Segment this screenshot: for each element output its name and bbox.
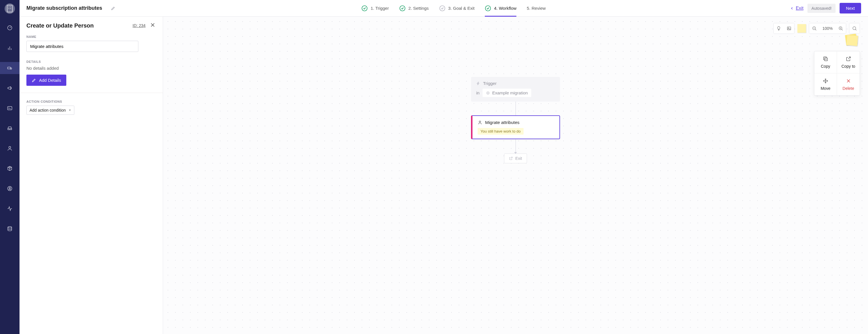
bar-chart-icon	[7, 45, 12, 51]
target-person-icon	[7, 186, 12, 191]
check-circle-icon	[485, 5, 491, 11]
terminal-icon	[7, 105, 12, 111]
svg-line-33	[856, 29, 857, 30]
zoom-level: 100%	[819, 23, 836, 34]
search-icon	[852, 26, 857, 31]
details-label: DETAILS	[26, 60, 156, 63]
svg-rect-23	[787, 27, 791, 30]
nav-content[interactable]	[0, 162, 20, 174]
svg-point-32	[853, 27, 856, 30]
add-note-button[interactable]	[797, 24, 806, 33]
step-label: 4. Workflow	[494, 6, 516, 11]
svg-point-16	[8, 227, 11, 228]
sticky-note-stack[interactable]	[846, 34, 858, 46]
copy-label: Copy	[821, 64, 830, 69]
copy-icon	[823, 56, 828, 62]
svg-point-20	[485, 5, 491, 11]
svg-rect-11	[8, 106, 12, 110]
step-trigger[interactable]: 1. Trigger	[361, 0, 389, 16]
canvas-background	[163, 16, 868, 334]
add-details-button[interactable]: Add Details	[26, 75, 66, 86]
step-review[interactable]: 5. Review	[527, 0, 546, 16]
trigger-label: Trigger	[483, 81, 497, 86]
chevron-down-icon: ▼	[69, 109, 71, 112]
nav-campaigns[interactable]	[0, 62, 20, 74]
person-icon	[7, 145, 12, 151]
action-name: Migrate attributes	[485, 120, 520, 125]
zoom-out-button[interactable]	[809, 23, 819, 34]
workspace-logo[interactable]	[5, 3, 15, 14]
exit-label: Exit	[515, 156, 522, 161]
nav-broadcasts[interactable]	[0, 82, 20, 94]
segment-name: Example migration	[492, 90, 528, 95]
external-link-icon	[509, 156, 513, 160]
svg-line-29	[842, 29, 843, 30]
move-button[interactable]: Move	[814, 73, 837, 95]
add-condition-label: Add action condition	[30, 108, 66, 112]
svg-point-14	[8, 187, 12, 191]
add-details-label: Add Details	[39, 78, 61, 82]
copy-to-label: Copy to	[841, 64, 855, 69]
step-workflow[interactable]: 4. Workflow	[485, 0, 516, 16]
exit-label: Exit	[796, 6, 803, 11]
delete-button[interactable]: Delete	[837, 73, 860, 95]
delete-label: Delete	[842, 86, 854, 91]
svg-rect-0	[7, 5, 12, 12]
svg-point-13	[9, 146, 11, 148]
add-condition-select[interactable]: Add action condition ▼	[26, 106, 74, 115]
image-button[interactable]	[784, 23, 794, 34]
zoom-in-icon	[838, 26, 843, 31]
details-empty-text: No details added	[26, 66, 156, 71]
svg-point-19	[439, 5, 445, 11]
exit-node[interactable]: Exit	[504, 154, 527, 163]
nav-people[interactable]	[0, 142, 20, 155]
topbar-actions: Exit Autosaved! Next	[790, 3, 861, 13]
nav-analytics[interactable]	[0, 42, 20, 54]
step-label: 1. Trigger	[371, 6, 389, 11]
segment-chip[interactable]: Example migration	[483, 89, 531, 97]
nav-dashboard[interactable]	[0, 22, 20, 34]
wizard-steps: 1. Trigger 2. Settings 3. Goal & Exit 4.…	[122, 0, 785, 16]
hints-button[interactable]	[774, 23, 784, 34]
name-input[interactable]	[26, 41, 138, 52]
step-settings[interactable]: 2. Settings	[399, 0, 429, 16]
truck-target-icon	[7, 65, 12, 71]
page-title: Migrate subscription attributes	[26, 5, 102, 11]
nav-inbox[interactable]	[0, 122, 20, 134]
nav-data[interactable]	[0, 223, 20, 235]
zoom-in-button[interactable]	[836, 23, 846, 34]
database-icon	[7, 226, 12, 232]
name-label: NAME	[26, 35, 156, 38]
action-node-selected[interactable]: Migrate attributes You still have work t…	[471, 115, 560, 139]
segment-in-label: in	[476, 90, 479, 95]
edit-title-button[interactable]	[109, 4, 117, 12]
close-panel-button[interactable]	[150, 22, 156, 29]
copy-button[interactable]: Copy	[814, 52, 837, 73]
nav-activity[interactable]	[0, 203, 20, 214]
svg-line-26	[815, 29, 816, 30]
copy-to-button[interactable]: Copy to	[837, 52, 860, 73]
next-button[interactable]: Next	[840, 3, 861, 13]
activity-icon	[7, 206, 12, 211]
inbox-icon	[7, 125, 12, 131]
step-label: 2. Settings	[408, 6, 429, 11]
step-goal-exit[interactable]: 3. Goal & Exit	[439, 0, 475, 16]
empty-circle-icon	[439, 5, 445, 11]
close-icon	[150, 22, 156, 28]
node-id-link[interactable]: ID: 234	[133, 23, 146, 28]
sticky-note-icon	[846, 35, 858, 46]
workflow-canvas[interactable]: 100% Copy	[163, 16, 868, 334]
node-actions-menu: Copy Copy to Move Delete	[814, 51, 860, 96]
nav-terminal[interactable]	[0, 102, 20, 114]
autosaved-badge: Autosaved!	[807, 4, 836, 13]
external-link-icon	[846, 56, 851, 62]
exit-link[interactable]: Exit	[790, 6, 803, 11]
chevron-left-icon	[790, 6, 794, 10]
nav-segments[interactable]	[0, 182, 20, 195]
svg-point-39	[487, 92, 489, 94]
target-icon	[486, 91, 490, 95]
search-canvas-button[interactable]	[849, 23, 860, 34]
workflow-flow: Trigger in Example migration	[471, 77, 560, 163]
lightbulb-icon	[776, 26, 781, 31]
trigger-node[interactable]: Trigger in Example migration	[471, 77, 560, 102]
